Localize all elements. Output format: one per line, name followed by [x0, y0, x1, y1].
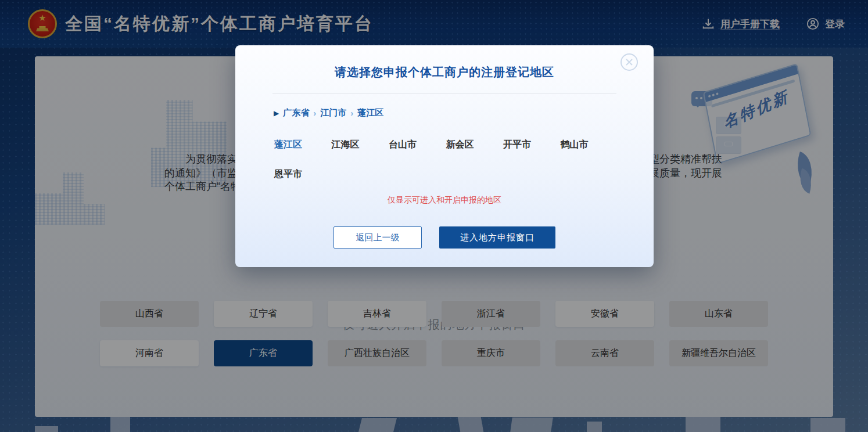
close-icon: [625, 58, 633, 66]
close-button[interactable]: [620, 53, 638, 71]
breadcrumb: ▶ 广东省 › 江门市 › 蓬江区: [274, 107, 383, 118]
breadcrumb-item-city[interactable]: 江门市: [320, 107, 346, 118]
district-list: 蓬江区 江海区 台山市 新会区 开平市 鹤山市 恩平市: [274, 138, 623, 181]
divider: [272, 93, 616, 94]
back-button[interactable]: 返回上一级: [333, 226, 422, 249]
availability-note: 仅显示可进入和开启申报的地区: [235, 195, 654, 206]
region-select-modal: 请选择您申报个体工商户的注册登记地区 ▶ 广东省 › 江门市 › 蓬江区 蓬江区…: [235, 45, 654, 267]
chevron-right-icon: ›: [350, 108, 353, 118]
breadcrumb-item-province[interactable]: 广东省: [283, 107, 309, 118]
chevron-right-icon: ›: [313, 108, 316, 118]
district-option-selected[interactable]: 蓬江区: [274, 138, 332, 152]
district-option[interactable]: 新会区: [446, 138, 504, 152]
breadcrumb-item-district[interactable]: 蓬江区: [357, 107, 383, 118]
district-option[interactable]: 开平市: [503, 138, 561, 152]
modal-actions: 返回上一级 进入地方申报窗口: [235, 226, 654, 249]
district-option[interactable]: 江海区: [332, 138, 389, 152]
district-option[interactable]: 鹤山市: [561, 138, 618, 152]
enter-window-button[interactable]: 进入地方申报窗口: [439, 226, 555, 249]
district-option[interactable]: 恩平市: [274, 167, 332, 181]
district-option[interactable]: 台山市: [389, 138, 446, 152]
breadcrumb-arrow-icon: ▶: [274, 110, 279, 117]
modal-title: 请选择您申报个体工商户的注册登记地区: [235, 64, 654, 80]
